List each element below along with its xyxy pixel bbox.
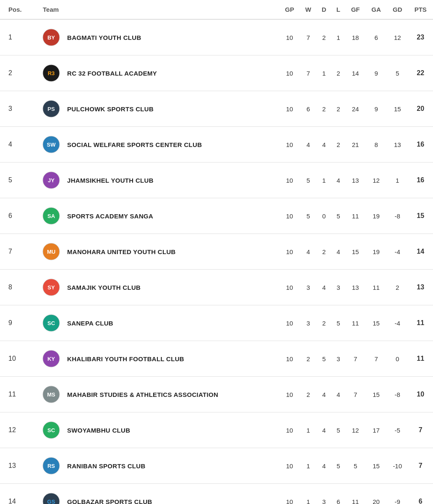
pts-cell: 11 <box>408 341 433 377</box>
pos-cell: 5 <box>0 163 39 198</box>
gd-cell: 5 <box>387 55 408 91</box>
gd-cell: -10 <box>387 448 408 484</box>
team-cell: SY SAMAJIK YOUTH CLUB <box>39 270 279 305</box>
team-logo: BY <box>41 27 61 47</box>
gf-cell: 11 <box>345 305 365 341</box>
l-cell: 3 <box>331 341 345 377</box>
w-cell: 5 <box>300 163 317 198</box>
gd-cell: 1 <box>387 163 408 198</box>
header-gf: GF <box>345 0 365 19</box>
pos-cell: 13 <box>0 448 39 484</box>
d-cell: 2 <box>317 19 331 55</box>
table-row: 14 GS GOLBAZAR SPORTS CLUB 10 1 3 6 11 2… <box>0 484 433 504</box>
pts-cell: 22 <box>408 55 433 91</box>
table-row: 8 SY SAMAJIK YOUTH CLUB 10 3 4 3 13 11 2… <box>0 270 433 305</box>
header-w: W <box>300 0 317 19</box>
l-cell: 4 <box>331 377 345 412</box>
pos-cell: 9 <box>0 305 39 341</box>
w-cell: 1 <box>300 412 317 448</box>
l-cell: 2 <box>331 127 345 163</box>
pts-cell: 13 <box>408 270 433 305</box>
gd-cell: 13 <box>387 127 408 163</box>
team-cell: R3 RC 32 FOOTBALL ACADEMY <box>39 55 279 91</box>
gp-cell: 10 <box>279 91 300 127</box>
gp-cell: 10 <box>279 163 300 198</box>
pts-cell: 16 <box>408 127 433 163</box>
header-l: L <box>331 0 345 19</box>
w-cell: 7 <box>300 55 317 91</box>
team-logo: SY <box>41 277 61 297</box>
svg-text:MU: MU <box>47 249 55 255</box>
w-cell: 4 <box>300 127 317 163</box>
table-row: 4 SW SOCIAL WELFARE SPORTS CENTER CLUB 1… <box>0 127 433 163</box>
pts-cell: 11 <box>408 305 433 341</box>
l-cell: 2 <box>331 91 345 127</box>
gp-cell: 10 <box>279 341 300 377</box>
d-cell: 3 <box>317 484 331 504</box>
w-cell: 4 <box>300 234 317 270</box>
pts-cell: 16 <box>408 163 433 198</box>
w-cell: 3 <box>300 305 317 341</box>
l-cell: 1 <box>331 19 345 55</box>
team-cell: BY BAGMATI YOUTH CLUB <box>39 19 279 55</box>
d-cell: 2 <box>317 91 331 127</box>
team-logo: JY <box>41 170 61 190</box>
svg-text:SC: SC <box>47 427 55 433</box>
team-cell: SC SANEPA CLUB <box>39 305 279 341</box>
table-row: 1 BY BAGMATI YOUTH CLUB 10 7 2 1 18 6 12… <box>0 19 433 55</box>
gf-cell: 14 <box>345 55 365 91</box>
team-name: RANIBAN SPORTS CLUB <box>67 462 146 470</box>
svg-text:MS: MS <box>47 391 55 398</box>
gd-cell: -8 <box>387 377 408 412</box>
header-gd: GD <box>387 0 408 19</box>
gp-cell: 10 <box>279 234 300 270</box>
gd-cell: -4 <box>387 234 408 270</box>
svg-text:SA: SA <box>47 213 55 219</box>
d-cell: 2 <box>317 234 331 270</box>
svg-text:JY: JY <box>48 177 55 184</box>
gd-cell: -8 <box>387 198 408 234</box>
team-logo: PS <box>41 99 61 119</box>
header-d: D <box>317 0 331 19</box>
table-row: 6 SA SPORTS ACADEMY SANGA 10 5 0 5 11 19… <box>0 198 433 234</box>
d-cell: 0 <box>317 198 331 234</box>
gd-cell: -9 <box>387 484 408 504</box>
l-cell: 5 <box>331 198 345 234</box>
pos-cell: 2 <box>0 55 39 91</box>
ga-cell: 7 <box>365 341 387 377</box>
d-cell: 4 <box>317 127 331 163</box>
gd-cell: 2 <box>387 270 408 305</box>
team-name: BAGMATI YOUTH CLUB <box>67 34 141 41</box>
gd-cell: 0 <box>387 341 408 377</box>
w-cell: 2 <box>300 341 317 377</box>
gp-cell: 10 <box>279 127 300 163</box>
pos-cell: 1 <box>0 19 39 55</box>
ga-cell: 19 <box>365 234 387 270</box>
pts-cell: 14 <box>408 234 433 270</box>
team-name: GOLBAZAR SPORTS CLUB <box>67 498 152 504</box>
w-cell: 1 <box>300 484 317 504</box>
d-cell: 4 <box>317 448 331 484</box>
ga-cell: 20 <box>365 484 387 504</box>
table-row: 2 R3 RC 32 FOOTBALL ACADEMY 10 7 1 2 14 … <box>0 55 433 91</box>
svg-text:R3: R3 <box>48 70 55 76</box>
gf-cell: 24 <box>345 91 365 127</box>
team-cell: KY KHALIBARI YOUTH FOOTBALL CLUB <box>39 341 279 377</box>
w-cell: 7 <box>300 19 317 55</box>
gd-cell: 15 <box>387 91 408 127</box>
header-ga: GA <box>365 0 387 19</box>
pos-cell: 14 <box>0 484 39 504</box>
ga-cell: 9 <box>365 55 387 91</box>
team-cell: JY JHAMSIKHEL YOUTH CLUB <box>39 163 279 198</box>
team-name: KHALIBARI YOUTH FOOTBALL CLUB <box>67 355 184 362</box>
standings-table: Pos. Team GP W D L GF GA GD PTS 1 BY BAG… <box>0 0 433 504</box>
team-name: SOCIAL WELFARE SPORTS CENTER CLUB <box>67 141 202 148</box>
gp-cell: 10 <box>279 448 300 484</box>
ga-cell: 6 <box>365 19 387 55</box>
gf-cell: 15 <box>345 234 365 270</box>
gf-cell: 7 <box>345 377 365 412</box>
l-cell: 2 <box>331 55 345 91</box>
team-logo: GS <box>41 491 61 504</box>
ga-cell: 15 <box>365 448 387 484</box>
table-row: 10 KY KHALIBARI YOUTH FOOTBALL CLUB 10 2… <box>0 341 433 377</box>
